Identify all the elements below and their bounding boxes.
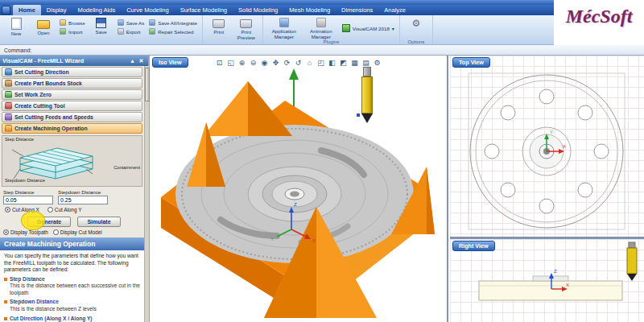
tab-solid-modeling[interactable]: Solid Modeling — [233, 5, 283, 15]
help-item-desc: This is the distance between Z levels — [10, 306, 140, 313]
visualcam-cube-icon — [342, 24, 350, 32]
printer-icon — [213, 19, 225, 28]
save-as-button[interactable]: Save As — [116, 19, 147, 27]
app-icon[interactable] — [2, 6, 10, 14]
options-button[interactable]: ⚙ — [403, 17, 429, 29]
scrollbar-thumb[interactable] — [145, 68, 150, 101]
export-button[interactable]: Export — [116, 27, 147, 35]
help-intro: You can specify the parameters that defi… — [4, 253, 140, 274]
wizard-step-create-part-bounds-stock[interactable]: Create Part Bounds Stock — [2, 78, 142, 89]
close-icon[interactable]: ✕ — [137, 56, 146, 66]
application-manager-button[interactable]: Application Manager — [266, 17, 302, 39]
animation-manager-button[interactable]: Animation Manager — [303, 17, 339, 39]
rotate-icon[interactable]: ⟳ — [282, 57, 292, 68]
right-view-drawing: X Z — [450, 239, 644, 320]
repair-selected-button[interactable]: Repair Selected — [147, 27, 199, 35]
export-icon — [118, 28, 124, 35]
ribbon-group-file: New Open Browse Import Save Save As — [0, 15, 203, 44]
tab-curve-modeling[interactable]: Curve Modeling — [121, 5, 175, 15]
browse-button[interactable]: Browse — [58, 19, 87, 27]
wizard-scrollbar[interactable] — [144, 66, 149, 322]
zoom-extents-icon[interactable]: ◱ — [225, 57, 236, 68]
new-button[interactable]: New — [3, 17, 29, 36]
import-icon — [60, 28, 66, 35]
right-view-label[interactable]: Right View — [452, 241, 495, 251]
step-distance-input[interactable]: 0.05 — [3, 196, 53, 204]
display-cut-model-radio[interactable]: Display Cut Model — [53, 229, 102, 235]
tab-modeling-aids[interactable]: Modeling Aids — [72, 5, 121, 15]
application-manager-icon — [279, 18, 289, 27]
dropdown-arrow-icon: ▾ — [392, 26, 394, 31]
open-button[interactable]: Open — [31, 17, 56, 35]
wizard-titlebar[interactable]: VisualCAM - FreeMILL Wizard ▴ ✕ — [0, 56, 148, 66]
ribbon-group-options: ⚙ Options — [400, 15, 433, 44]
tab-dimensions[interactable]: Dimensions — [336, 5, 378, 15]
machined-part-model[interactable]: X Z Y — [156, 76, 436, 320]
plugins-group-caption: Plugins — [263, 39, 399, 44]
stepdown-distance-input[interactable]: 0.25 — [58, 196, 108, 204]
wizard-step-set-cutting-direction[interactable]: Set Cutting Direction — [2, 67, 142, 77]
tab-mesh-modeling[interactable]: Mesh Modeling — [283, 5, 336, 15]
help-item-term: Stepdown Distance — [4, 299, 140, 306]
iso-view-icon[interactable]: ◩ — [338, 57, 349, 68]
wizard-step-feeds-speeds[interactable]: Set Cutting Feeds and Speeds — [2, 112, 142, 122]
wizard-step-create-cutting-tool[interactable]: Create Cutting Tool — [2, 101, 142, 111]
help-item-term: Step Distance — [4, 276, 140, 283]
svg-text:X: X — [312, 238, 316, 243]
wizard-step-set-work-zero[interactable]: Set Work Zero — [2, 89, 142, 100]
iso-view-label[interactable]: Iso View — [152, 57, 188, 68]
wizard-step-create-machining-operation[interactable]: Create Machining Operation — [2, 123, 142, 134]
cutting-tool — [361, 67, 374, 123]
help-text: You can specify the parameters that defi… — [0, 250, 148, 322]
zoom-out-icon[interactable]: ⊖ — [248, 57, 258, 68]
top-viewport[interactable]: Top View X Y — [450, 56, 644, 239]
zoom-in-icon[interactable]: ⊕ — [237, 57, 247, 68]
home-view-icon[interactable]: ⌂ — [304, 57, 315, 68]
save-as-icon — [118, 19, 124, 26]
print-button[interactable]: Print — [206, 17, 232, 35]
command-bar[interactable]: Command: — [0, 45, 644, 56]
cut-along-y-radio[interactable]: Cut Along Y — [47, 207, 82, 213]
pan-icon[interactable]: ✥ — [270, 57, 281, 68]
secondary-viewports: Top View X Y R — [450, 56, 644, 322]
front-view-icon[interactable]: ◧ — [327, 57, 337, 68]
svg-text:Z: Z — [554, 269, 557, 274]
top-view-icon[interactable]: ◰ — [316, 57, 326, 68]
import-button[interactable]: Import — [58, 27, 87, 35]
radio-icon — [47, 207, 53, 213]
print-preview-button[interactable]: Print Preview — [233, 17, 259, 40]
parameter-diagram: Step Distance Containment Stepdown Dista… — [2, 135, 142, 187]
new-file-icon — [11, 18, 22, 30]
iso-viewport[interactable]: Iso View ⊡ ◱ ⊕ ⊖ ◉ ✥ ⟳ ↺ ⌂ ◰ ◧ ◩ ▦ ▤ ⚙ — [150, 56, 448, 322]
right-viewport[interactable]: Right View X Z — [450, 239, 644, 322]
visualcam-2018-button[interactable]: VisualCAM 2018 ▾ — [341, 23, 396, 33]
animation-manager-icon — [316, 18, 326, 27]
previous-view-icon[interactable]: ↺ — [293, 57, 303, 68]
shaded-mode-icon[interactable]: ▦ — [349, 57, 360, 68]
collapse-icon[interactable]: ▴ — [128, 56, 137, 66]
save-button[interactable]: Save — [89, 17, 114, 35]
zoom-selected-icon[interactable]: ◉ — [259, 57, 270, 68]
display-toolpath-radio[interactable]: Display Toolpath — [3, 229, 48, 235]
view-settings-icon[interactable]: ⚙ — [372, 57, 382, 68]
work-zero-icon — [5, 91, 12, 98]
tab-home[interactable]: Home — [13, 5, 41, 15]
ribbon-group-print: Print Print Preview — [203, 15, 263, 44]
simulate-button[interactable]: Simulate — [77, 217, 121, 227]
bullet-icon — [4, 317, 7, 320]
wireframe-mode-icon[interactable]: ▤ — [361, 57, 371, 68]
tool-body — [361, 76, 373, 114]
zoom-window-icon[interactable]: ⊡ — [214, 57, 225, 68]
save-all-button[interactable]: Save All/Integrate — [147, 19, 199, 27]
tab-surface-modeling[interactable]: Surface Modeling — [175, 5, 233, 15]
svg-text:X: X — [563, 144, 566, 149]
save-disk-icon — [96, 18, 106, 28]
top-view-label[interactable]: Top View — [452, 57, 490, 68]
feeds-speeds-icon — [5, 114, 12, 121]
gear-icon: ⚙ — [411, 18, 420, 29]
repair-icon — [149, 28, 155, 35]
radio-icon — [53, 229, 59, 235]
svg-text:Z: Z — [294, 202, 297, 207]
tab-display[interactable]: Display — [41, 5, 72, 15]
tab-analyze[interactable]: Analyze — [378, 5, 411, 15]
